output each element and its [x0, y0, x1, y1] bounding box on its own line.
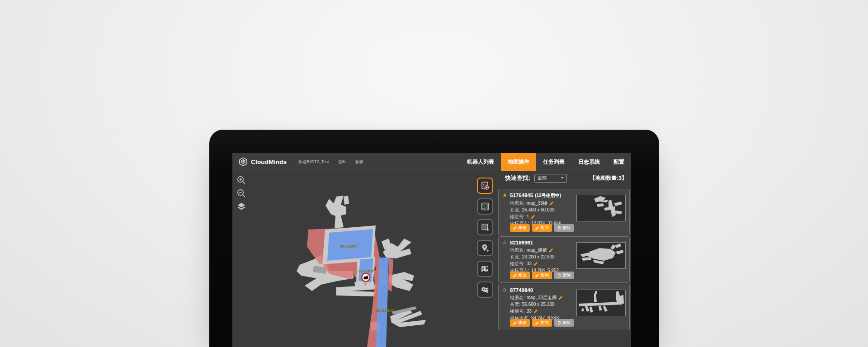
trash-icon [557, 226, 561, 230]
edit-pencil-icon[interactable] [549, 248, 553, 253]
tab-settings[interactable]: 配置 [607, 153, 631, 171]
pencil-icon [513, 226, 517, 230]
map-tools-toolbar [477, 178, 493, 298]
panel-header: 快速查找: 全部 【地图数量:3】 [497, 171, 631, 185]
tool-add-point[interactable] [477, 240, 493, 256]
card-actions: 修改 复制 删除 [510, 224, 574, 232]
map-name-value: map_腿腿 [527, 247, 547, 253]
edit-pencil-icon[interactable] [533, 262, 538, 266]
map-name-value: map_33楼 [527, 200, 547, 206]
favorite-star-icon[interactable]: ☆ [502, 287, 510, 293]
map-name-value: map_33层走廊 [527, 295, 557, 301]
task-points-icon [480, 181, 490, 191]
map-zoom-controls [236, 175, 246, 211]
map-card[interactable]: ☆ 82186961 地图名:map_腿腿 长宽:23.200 x 22.900… [498, 236, 630, 283]
floor-value: 33 [527, 261, 532, 266]
edit-pencil-icon[interactable] [531, 215, 535, 219]
field-label-floor: 楼层号: [510, 308, 525, 314]
pencil-icon [535, 321, 539, 325]
map-card-list: ★ 51764845 (12号使用中) 地图名:map_33楼 长宽:25.40… [498, 189, 630, 330]
robot-position-marker[interactable] [362, 273, 370, 281]
tool-upload-map[interactable] [477, 281, 493, 298]
field-label-floor: 楼层号: [510, 261, 525, 267]
tool-add-virtual-wall[interactable] [477, 219, 493, 235]
app-screen: CloudMinds 欢迎BJDT2_Test 退出 全屏 机器人列表 地图操作… [232, 153, 631, 347]
edit-map-button[interactable]: 修改 [510, 272, 530, 279]
copy-map-button[interactable]: 复制 [532, 319, 552, 327]
tab-log-system[interactable]: 日志系统 [571, 153, 607, 171]
navbar-spacer [363, 153, 460, 171]
floor-value: 1 [527, 214, 529, 219]
tool-record-task-points[interactable] [477, 178, 493, 194]
favorite-star-icon[interactable]: ☆ [502, 239, 510, 246]
field-label-name: 地图名: [510, 295, 525, 301]
zoom-out-icon[interactable] [236, 188, 246, 198]
cloudminds-logo-icon [239, 157, 248, 166]
laptop-frame: CloudMinds 欢迎BJDT2_Test 退出 全屏 机器人列表 地图操作… [209, 130, 659, 347]
tab-robot-list[interactable]: 机器人列表 [460, 153, 501, 171]
map-list-panel: 快速查找: 全部 【地图数量:3】 ★ 51764845 (12号使用中) [497, 171, 631, 347]
edit-map-button[interactable]: 修改 [510, 319, 530, 327]
favorite-star-icon[interactable]: ★ [502, 192, 510, 198]
delete-map-button[interactable]: 删除 [554, 319, 574, 327]
tool-map-marker[interactable] [477, 261, 493, 277]
map-thumbnail[interactable] [576, 195, 626, 221]
pencil-icon [513, 274, 517, 277]
quick-search-label: 快速查找: [505, 174, 530, 182]
field-label-size: 长宽: [510, 207, 520, 213]
map-size-value: 56.600 x 25.100 [522, 302, 555, 307]
tab-map-operation[interactable]: 地图操作 [501, 153, 536, 171]
pencil-icon [535, 226, 539, 230]
floor-value: 33 [527, 309, 532, 314]
fullscreen-link[interactable]: 全屏 [355, 159, 363, 165]
brand-name: CloudMinds [251, 159, 287, 165]
map-status: (12号使用中) [535, 192, 561, 199]
map-id: 87749840 [510, 287, 533, 293]
top-navbar: CloudMinds 欢迎BJDT2_Test 退出 全屏 机器人列表 地图操作… [232, 153, 631, 171]
trash-icon [557, 273, 561, 277]
edit-pencil-icon[interactable] [558, 295, 563, 300]
webcam-dot [433, 136, 435, 139]
virtual-wall-icon [480, 222, 490, 232]
tool-measure-area[interactable] [477, 198, 493, 215]
area-label-room2: 8.614m² [359, 268, 374, 273]
map-card[interactable]: ★ 51764845 (12号使用中) 地图名:map_33楼 长宽:25.40… [498, 189, 630, 235]
welcome-text: 欢迎BJDT2_Test [298, 159, 329, 165]
edit-map-button[interactable]: 修改 [510, 224, 530, 232]
map-thumbnail[interactable] [576, 242, 626, 269]
tab-task-list[interactable]: 任务列表 [536, 153, 571, 171]
pencil-icon [535, 274, 539, 277]
delete-map-button[interactable]: 删除 [554, 272, 574, 279]
brand: CloudMinds [232, 153, 287, 171]
layers-icon[interactable] [236, 202, 246, 211]
copy-map-button[interactable]: 复制 [532, 272, 552, 279]
zoom-in-icon[interactable] [236, 175, 246, 185]
field-label-name: 地图名: [510, 247, 525, 253]
quick-search-select[interactable]: 全部 [534, 174, 567, 183]
quick-search-selected-value: 全部 [538, 175, 547, 181]
robot-map[interactable]: 40.519m² 8.614m² 80.215m² [232, 171, 497, 347]
map-thumbnail-image [577, 290, 624, 315]
logout-link[interactable]: 退出 [338, 159, 346, 165]
add-point-icon [480, 243, 490, 253]
area-label-corridor: 80.215m² [376, 308, 395, 313]
edit-pencil-icon[interactable] [549, 201, 554, 206]
pencil-icon [513, 321, 517, 325]
map-marker-icon [480, 264, 490, 274]
trash-icon [557, 321, 561, 325]
session-info: 欢迎BJDT2_Test 退出 全屏 [287, 153, 363, 171]
copy-map-button[interactable]: 复制 [532, 224, 552, 232]
measure-area-icon [480, 202, 490, 211]
field-label-name: 地图名: [510, 200, 525, 206]
delete-map-button[interactable]: 删除 [554, 224, 574, 232]
map-thumbnail[interactable] [576, 290, 626, 316]
map-size-value: 25.400 x 50.000 [522, 207, 555, 212]
edit-pencil-icon[interactable] [533, 309, 538, 314]
nav-tabs: 机器人列表 地图操作 任务列表 日志系统 配置 [460, 153, 631, 171]
desktop-background: CloudMinds 欢迎BJDT2_Test 退出 全屏 机器人列表 地图操作… [0, 0, 868, 347]
map-canvas[interactable]: 40.519m² 8.614m² 80.215m² [232, 171, 497, 347]
map-card[interactable]: ☆ 87749840 地图名:map_33层走廊 长宽:56.600 x 25.… [498, 284, 630, 330]
upload-map-icon [480, 285, 490, 295]
map-size-value: 23.200 x 22.900 [522, 254, 555, 259]
map-id: 82186961 [510, 240, 533, 245]
